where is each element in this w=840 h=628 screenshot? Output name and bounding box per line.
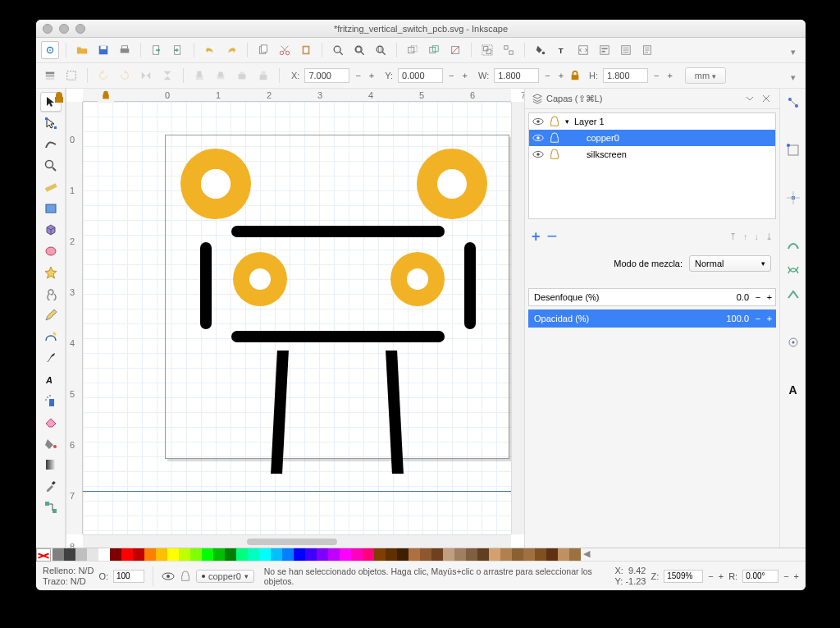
select-all-layers-button[interactable] [41,66,59,85]
color-swatch[interactable] [443,548,454,562]
export-button[interactable] [169,41,187,59]
titlebar[interactable]: *fritzing_vertical_switch_pcb.svg - Inks… [36,20,806,38]
color-swatch[interactable] [282,548,294,562]
panel-minimize-button[interactable] [743,92,756,105]
color-swatch[interactable] [64,548,75,562]
color-swatch[interactable] [374,548,386,562]
color-swatch[interactable] [144,548,156,562]
color-swatch[interactable] [420,548,431,562]
status-opacity-input[interactable] [113,570,144,583]
rotation-input[interactable] [742,570,778,583]
rectangle-tool[interactable] [40,199,62,218]
eye-icon[interactable] [532,116,544,127]
snap-node-button[interactable] [784,189,802,207]
color-swatch[interactable] [500,548,512,562]
blur-minus-button[interactable]: − [752,292,764,302]
snap-path-button[interactable] [784,236,802,254]
star-tool[interactable] [40,263,62,282]
minimize-window-button[interactable] [59,24,69,34]
color-swatch[interactable] [179,548,190,562]
remove-layer-button[interactable]: − [547,226,558,247]
h-plus-button[interactable]: + [665,71,675,80]
connector-tool[interactable] [40,497,62,517]
ungroup-button[interactable] [500,41,518,59]
layer-bottom-button[interactable]: ⤓ [765,231,773,242]
h-minus-button[interactable]: − [651,71,661,80]
scrollbar-h-thumb[interactable] [247,539,337,545]
zoom-input[interactable] [664,570,703,583]
clone-button[interactable] [425,41,443,59]
pencil-tool[interactable] [40,305,62,325]
color-swatch[interactable] [431,548,443,562]
status-layer-selector[interactable]: copper0▾ [196,570,254,583]
eraser-tool[interactable] [40,412,62,432]
layer-row[interactable]: ▾ Layer 1 [529,113,775,130]
box3d-tool[interactable] [40,220,62,240]
redo-button[interactable] [222,41,240,59]
color-swatch[interactable] [558,548,569,562]
color-swatch[interactable] [466,548,477,562]
unit-selector[interactable]: mm ▾ [685,67,726,84]
lock-icon[interactable] [549,149,560,160]
lower-button[interactable] [233,66,251,85]
opacity-minus-button[interactable]: − [752,314,764,323]
add-layer-button[interactable]: + [532,228,541,245]
document-properties-button[interactable] [638,41,656,59]
lock-icon[interactable] [549,132,560,144]
import-button[interactable] [148,41,166,59]
fill-stroke-dialog-button[interactable] [532,41,550,59]
blur-plus-button[interactable]: + [764,292,775,302]
xml-editor-button[interactable] [574,41,592,59]
w-plus-button[interactable]: + [556,71,566,80]
color-swatch[interactable] [535,548,546,562]
no-fill-swatch[interactable] [36,548,51,562]
toolbar-overflow-button[interactable]: ▾ [791,47,797,53]
rot-minus-button[interactable]: − [783,571,788,581]
bezier-tool[interactable] [40,327,62,346]
gradient-tool[interactable] [40,455,62,474]
preferences-button[interactable] [617,41,635,59]
zoom-tool[interactable] [40,156,62,176]
open-button[interactable] [73,41,91,59]
copy-button[interactable] [254,41,272,59]
x-input[interactable] [304,68,349,83]
close-window-button[interactable] [43,24,52,34]
snap-bbox-button[interactable] [784,141,802,159]
measure-tool[interactable] [40,177,62,197]
x-plus-button[interactable]: + [367,71,377,80]
color-swatch[interactable] [317,548,328,562]
color-swatch[interactable] [409,548,420,562]
snap-center-button[interactable] [784,333,802,351]
color-swatch[interactable] [489,548,500,562]
duplicate-button[interactable] [404,41,422,59]
blur-value[interactable]: 0.0 [723,292,752,302]
color-swatch[interactable] [190,548,202,562]
canvas[interactable]: .donut:nth-child(1)::after{left:25px;top… [83,102,511,534]
y-input[interactable] [398,68,443,83]
eye-icon[interactable] [532,132,544,144]
color-swatch[interactable] [363,548,374,562]
spray-tool[interactable] [40,391,62,410]
undo-button[interactable] [201,41,219,59]
color-swatch[interactable] [75,548,87,562]
rotate-cw-button[interactable] [116,66,134,85]
ruler-vertical[interactable]: 0123456789 [66,102,83,534]
zoom-minus-button[interactable]: − [708,571,713,581]
zoom-drawing-button[interactable] [350,41,368,59]
snap-cusp-button[interactable] [784,286,802,304]
paint-bucket-tool[interactable] [40,433,62,453]
eye-icon[interactable] [532,149,544,160]
color-swatch[interactable] [523,548,535,562]
color-swatch[interactable] [546,548,558,562]
opacity-plus-button[interactable]: + [764,314,775,323]
snap-enable-button[interactable] [784,94,802,112]
color-swatch[interactable] [328,548,340,562]
ellipse-tool[interactable] [40,241,62,261]
color-swatch[interactable] [477,548,489,562]
color-swatch[interactable] [248,548,259,562]
lock-icon[interactable] [549,116,560,127]
color-swatch[interactable] [98,548,110,562]
color-swatch[interactable] [305,548,317,562]
maximize-window-button[interactable] [75,24,85,34]
color-swatch[interactable] [397,548,409,562]
